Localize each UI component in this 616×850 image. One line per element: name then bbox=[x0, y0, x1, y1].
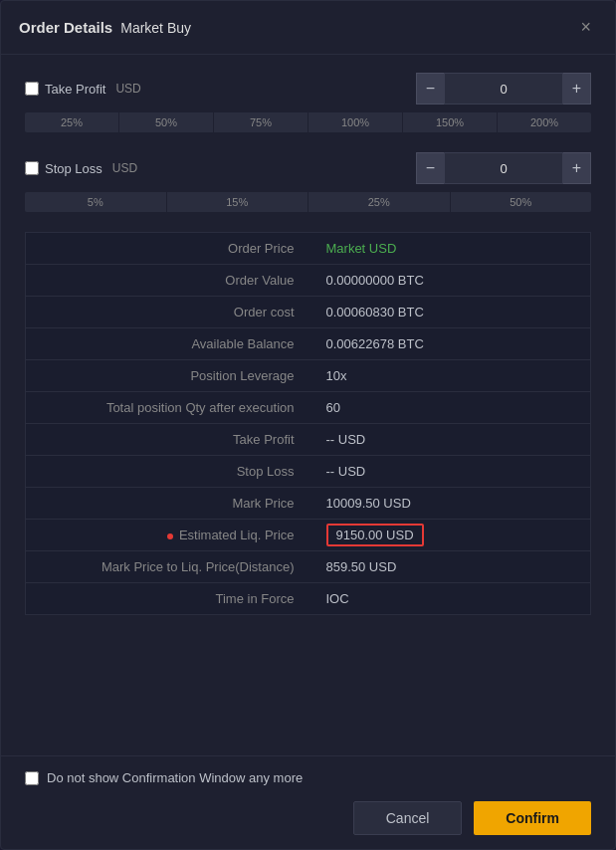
row-label: Stop Loss bbox=[26, 456, 308, 488]
row-label: Position Leverage bbox=[26, 360, 308, 392]
row-label: Order Value bbox=[26, 265, 308, 297]
stop-loss-currency: USD bbox=[112, 161, 137, 175]
row-label: Total position Qty after execution bbox=[26, 392, 308, 424]
stop-loss-section: Stop Loss USD − + 5% 15% 25% 50% bbox=[25, 152, 591, 212]
take-profit-pct-50[interactable]: 50% bbox=[119, 112, 214, 132]
close-button[interactable]: × bbox=[574, 15, 597, 40]
stop-loss-percentage-bar: 5% 15% 25% 50% bbox=[25, 192, 591, 212]
stop-loss-row: Stop Loss USD − + bbox=[25, 152, 591, 184]
row-value: -- USD bbox=[308, 456, 591, 488]
table-row: Time in Force IOC bbox=[26, 583, 591, 615]
row-label: Available Balance bbox=[26, 328, 308, 360]
row-label: Mark Price bbox=[26, 488, 308, 520]
take-profit-input-group: − + bbox=[416, 73, 591, 105]
stop-loss-input-group: − + bbox=[416, 152, 591, 184]
stop-loss-pct-25[interactable]: 25% bbox=[308, 192, 451, 212]
row-value: 10x bbox=[308, 360, 591, 392]
liq-price-box: 9150.00 USD bbox=[326, 524, 424, 546]
table-row: Mark Price 10009.50 USD bbox=[26, 488, 591, 520]
stop-loss-pct-15[interactable]: 15% bbox=[167, 192, 309, 212]
take-profit-minus-btn[interactable]: − bbox=[416, 73, 444, 105]
footer-checkbox-row: Do not show Confirmation Window any more bbox=[25, 770, 591, 785]
table-row: Order Price Market USD bbox=[26, 233, 591, 265]
modal-footer: Do not show Confirmation Window any more… bbox=[1, 755, 615, 849]
take-profit-checkbox[interactable] bbox=[25, 82, 39, 96]
take-profit-percentage-bar: 25% 50% 75% 100% 150% 200% bbox=[25, 112, 591, 132]
take-profit-currency: USD bbox=[115, 82, 140, 96]
table-row: Take Profit -- USD bbox=[26, 424, 591, 456]
modal-title-main: Order Details bbox=[19, 19, 112, 36]
table-row: Total position Qty after execution 60 bbox=[26, 392, 591, 424]
modal-title: Order Details Market Buy bbox=[19, 19, 191, 36]
row-value: Market USD bbox=[308, 233, 591, 265]
row-value: IOC bbox=[308, 583, 591, 615]
stop-loss-plus-btn[interactable]: + bbox=[563, 152, 591, 184]
table-row: Available Balance 0.00622678 BTC bbox=[26, 328, 591, 360]
cancel-button[interactable]: Cancel bbox=[353, 801, 463, 835]
table-row: Order Value 0.00000000 BTC bbox=[26, 265, 591, 297]
no-confirm-checkbox[interactable] bbox=[25, 771, 39, 785]
row-value: 0.00060830 BTC bbox=[308, 297, 591, 328]
stop-loss-pct-5[interactable]: 5% bbox=[25, 192, 167, 212]
row-label: Order Price bbox=[26, 233, 308, 265]
modal-header: Order Details Market Buy × bbox=[1, 1, 615, 55]
take-profit-input[interactable] bbox=[444, 73, 563, 105]
row-value: -- USD bbox=[308, 424, 591, 456]
row-label: Order cost bbox=[26, 297, 308, 328]
take-profit-section: Take Profit USD − + 25% 50% 75% 100% 150… bbox=[25, 73, 591, 132]
liq-price-row: Estimated Liq. Price 9150.00 USD bbox=[26, 520, 591, 551]
take-profit-pct-100[interactable]: 100% bbox=[308, 112, 403, 132]
stop-loss-checkbox[interactable] bbox=[25, 161, 39, 175]
no-confirm-label: Do not show Confirmation Window any more bbox=[47, 770, 303, 785]
row-label: Mark Price to Liq. Price(Distance) bbox=[26, 551, 308, 583]
order-details-modal: Order Details Market Buy × Take Profit U… bbox=[0, 0, 616, 850]
take-profit-row: Take Profit USD − + bbox=[25, 73, 591, 105]
stop-loss-minus-btn[interactable]: − bbox=[416, 152, 444, 184]
table-row: Mark Price to Liq. Price(Distance) 859.5… bbox=[26, 551, 591, 583]
order-details-table: Order Price Market USD Order Value 0.000… bbox=[25, 232, 591, 615]
take-profit-pct-200[interactable]: 200% bbox=[498, 112, 591, 132]
take-profit-plus-btn[interactable]: + bbox=[563, 73, 591, 105]
liq-price-value: 9150.00 USD bbox=[308, 520, 591, 551]
table-row: Order cost 0.00060830 BTC bbox=[26, 297, 591, 328]
row-value: 0.00000000 BTC bbox=[308, 265, 591, 297]
red-dot-icon bbox=[167, 533, 173, 539]
take-profit-label[interactable]: Take Profit USD bbox=[25, 82, 164, 97]
modal-body: Take Profit USD − + 25% 50% 75% 100% 150… bbox=[1, 55, 615, 755]
stop-loss-input[interactable] bbox=[444, 152, 563, 184]
take-profit-pct-150[interactable]: 150% bbox=[403, 112, 498, 132]
stop-loss-pct-50[interactable]: 50% bbox=[451, 192, 592, 212]
row-value: 60 bbox=[308, 392, 591, 424]
stop-loss-label[interactable]: Stop Loss USD bbox=[25, 161, 164, 176]
confirm-button[interactable]: Confirm bbox=[474, 801, 591, 835]
table-row: Position Leverage 10x bbox=[26, 360, 591, 392]
row-value: 0.00622678 BTC bbox=[308, 328, 591, 360]
row-label: Time in Force bbox=[26, 583, 308, 615]
row-value: 10009.50 USD bbox=[308, 488, 591, 520]
footer-buttons: Cancel Confirm bbox=[25, 801, 591, 835]
row-label: Take Profit bbox=[26, 424, 308, 456]
take-profit-pct-75[interactable]: 75% bbox=[214, 112, 308, 132]
take-profit-pct-25[interactable]: 25% bbox=[25, 112, 119, 132]
table-row: Stop Loss -- USD bbox=[26, 456, 591, 488]
modal-title-sub: Market Buy bbox=[120, 20, 191, 36]
row-value: 859.50 USD bbox=[308, 551, 591, 583]
liq-price-label: Estimated Liq. Price bbox=[26, 520, 308, 551]
